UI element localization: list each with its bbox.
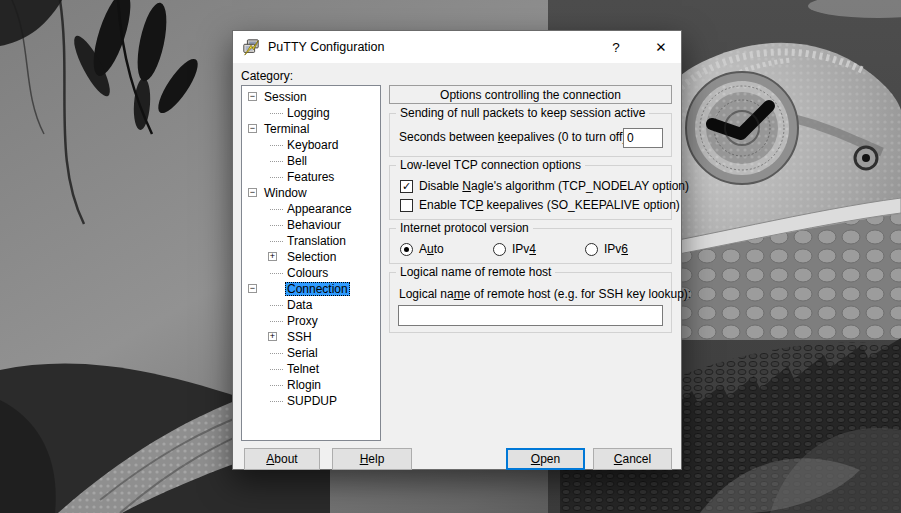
- tree-item-connection[interactable]: − Connection: [242, 281, 380, 297]
- tree-item-label[interactable]: Bell: [287, 154, 307, 168]
- tree-item-label[interactable]: SUPDUP: [287, 394, 337, 408]
- tree-item-label[interactable]: Window: [264, 186, 307, 200]
- tree-item-label[interactable]: Data: [287, 298, 312, 312]
- group-title: Internet protocol version: [396, 221, 533, 235]
- tree-connector: [270, 225, 283, 226]
- tree-item-behaviour[interactable]: Behaviour: [242, 217, 380, 233]
- radio-ipv6[interactable]: IPv6: [585, 242, 628, 256]
- tree-item-session[interactable]: − Session: [242, 89, 380, 105]
- help-icon[interactable]: ?: [600, 31, 632, 63]
- tree-item-label[interactable]: Features: [287, 170, 334, 184]
- tree-connector: [270, 369, 283, 370]
- tree-item-serial[interactable]: Serial: [242, 345, 380, 361]
- category-label: Category:: [241, 69, 293, 83]
- category-tree[interactable]: − Session Logging − Terminal Keyboard Be…: [241, 85, 381, 441]
- group-title: Logical name of remote host: [396, 265, 555, 279]
- tree-item-label[interactable]: Behaviour: [287, 218, 341, 232]
- tree-item-terminal[interactable]: − Terminal: [242, 121, 380, 137]
- cancel-button[interactable]: Cancel: [593, 448, 672, 470]
- putty-app-icon: [242, 38, 260, 56]
- nagle-checkbox-label: Disable Nagle's algorithm (TCP_NODELAY o…: [419, 179, 689, 193]
- tcp-keepalive-checkbox-label: Enable TCP keepalives (SO_KEEPALIVE opti…: [419, 198, 680, 212]
- tree-connector: [270, 385, 283, 386]
- tree-item-label[interactable]: Keyboard: [287, 138, 338, 152]
- tree-item-label[interactable]: Translation: [287, 234, 346, 248]
- tree-item-rlogin[interactable]: Rlogin: [242, 377, 380, 393]
- logical-host-label: Logical name of remote host (e.g. for SS…: [399, 287, 691, 301]
- tree-item-label[interactable]: SSH: [287, 330, 312, 344]
- tree-item-appearance[interactable]: Appearance: [242, 201, 380, 217]
- tree-connector: [270, 241, 283, 242]
- open-button[interactable]: Open: [506, 448, 585, 470]
- putty-configuration-dialog: PuTTY Configuration ? ✕ Category: − Sess…: [232, 30, 682, 470]
- tree-item-features[interactable]: Features: [242, 169, 380, 185]
- tree-connector: [270, 177, 283, 178]
- tree-item-label[interactable]: Serial: [287, 346, 318, 360]
- tree-item-label[interactable]: Selection: [287, 250, 336, 264]
- expand-icon[interactable]: +: [268, 332, 277, 341]
- tree-item-logging[interactable]: Logging: [242, 105, 380, 121]
- radio-unselected-icon[interactable]: [493, 243, 506, 256]
- tree-connector: [270, 305, 283, 306]
- radio-ipv6-label: IPv6: [604, 242, 628, 256]
- tree-item-window[interactable]: − Window: [242, 185, 380, 201]
- collapse-icon[interactable]: −: [248, 124, 257, 133]
- title-bar[interactable]: PuTTY Configuration ? ✕: [233, 31, 681, 63]
- tree-item-label[interactable]: Terminal: [264, 122, 309, 136]
- tree-item-telnet[interactable]: Telnet: [242, 361, 380, 377]
- group-keepalives: Sending of null packets to keep session …: [389, 113, 672, 157]
- tree-item-label[interactable]: Appearance: [287, 202, 352, 216]
- tree-item-label[interactable]: Colours: [287, 266, 328, 280]
- tree-item-bell[interactable]: Bell: [242, 153, 380, 169]
- logical-host-input[interactable]: [398, 305, 663, 326]
- collapse-icon[interactable]: −: [248, 188, 257, 197]
- tree-item-proxy[interactable]: Proxy: [242, 313, 380, 329]
- tree-connector: [270, 353, 283, 354]
- tree-item-ssh[interactable]: + SSH: [242, 329, 380, 345]
- tree-item-data[interactable]: Data: [242, 297, 380, 313]
- panel-title-banner: Options controlling the connection: [389, 85, 672, 104]
- tree-connector: [270, 145, 283, 146]
- help-button[interactable]: Help: [332, 448, 412, 470]
- window-title: PuTTY Configuration: [268, 40, 385, 54]
- tree-item-label[interactable]: Session: [264, 90, 307, 104]
- group-title: Sending of null packets to keep session …: [396, 106, 649, 120]
- tree-item-translation[interactable]: Translation: [242, 233, 380, 249]
- collapse-icon[interactable]: −: [248, 92, 257, 101]
- checkbox-unchecked-icon[interactable]: [400, 199, 413, 212]
- group-title: Low-level TCP connection options: [396, 158, 585, 172]
- tcp-keepalive-checkbox-row[interactable]: Enable TCP keepalives (SO_KEEPALIVE opti…: [400, 198, 680, 212]
- checkbox-checked-icon[interactable]: ✓: [400, 180, 413, 193]
- about-button[interactable]: About: [244, 448, 320, 470]
- group-tcp-options: Low-level TCP connection options ✓ Disab…: [389, 165, 672, 220]
- tree-item-label[interactable]: Logging: [287, 106, 330, 120]
- tree-connector: [270, 273, 283, 274]
- tree-item-label[interactable]: Proxy: [287, 314, 318, 328]
- tree-connector: [270, 209, 283, 210]
- radio-ipv4[interactable]: IPv4: [493, 242, 536, 256]
- keepalives-label: Seconds between keepalives (0 to turn of…: [399, 130, 626, 144]
- radio-auto[interactable]: Auto: [400, 242, 444, 256]
- tree-item-supdup[interactable]: SUPDUP: [242, 393, 380, 409]
- tree-item-selection[interactable]: + Selection: [242, 249, 380, 265]
- radio-auto-label: Auto: [419, 242, 444, 256]
- keepalives-input[interactable]: [623, 128, 663, 148]
- nagle-checkbox-row[interactable]: ✓ Disable Nagle's algorithm (TCP_NODELAY…: [400, 179, 689, 193]
- tree-item-keyboard[interactable]: Keyboard: [242, 137, 380, 153]
- collapse-icon[interactable]: −: [248, 284, 257, 293]
- radio-selected-icon[interactable]: [400, 243, 413, 256]
- close-icon[interactable]: ✕: [645, 31, 677, 63]
- tree-connector: [270, 161, 283, 162]
- tree-item-colours[interactable]: Colours: [242, 265, 380, 281]
- radio-ipv4-label: IPv4: [512, 242, 536, 256]
- group-internet-protocol: Internet protocol version Auto IPv4 IPv6: [389, 228, 672, 264]
- tree-connector: [270, 321, 283, 322]
- tree-connector: [270, 113, 283, 114]
- tree-item-label-selected[interactable]: Connection: [285, 282, 350, 296]
- group-logical-host: Logical name of remote host Logical name…: [389, 272, 672, 333]
- tree-item-label[interactable]: Rlogin: [287, 378, 321, 392]
- tree-connector: [270, 401, 283, 402]
- expand-icon[interactable]: +: [268, 252, 277, 261]
- radio-unselected-icon[interactable]: [585, 243, 598, 256]
- tree-item-label[interactable]: Telnet: [287, 362, 319, 376]
